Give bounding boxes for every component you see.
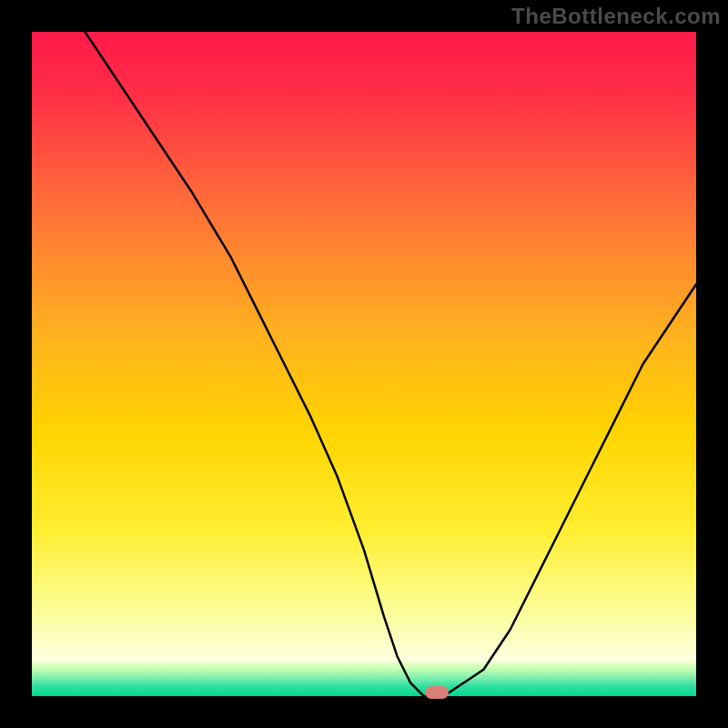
chart-container: TheBottleneck.com xyxy=(0,0,728,728)
optimal-point-marker xyxy=(425,686,449,699)
watermark-text: TheBottleneck.com xyxy=(511,4,721,29)
gradient-background xyxy=(32,32,696,696)
chart-svg xyxy=(32,32,696,696)
plot-area xyxy=(32,32,696,696)
